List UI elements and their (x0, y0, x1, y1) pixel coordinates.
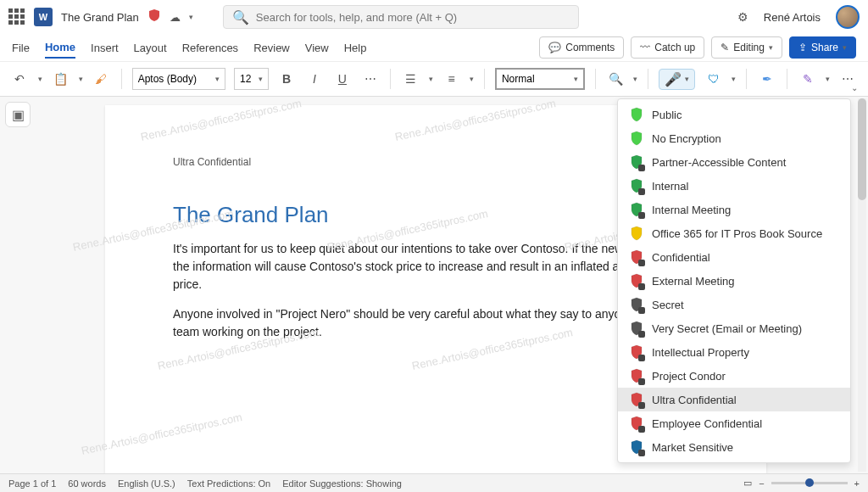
sensitivity-option[interactable]: External Meeting (618, 269, 850, 293)
sensitivity-option[interactable]: No Encryption (618, 126, 850, 150)
sensitivity-button[interactable]: 🛡 (704, 69, 723, 89)
designer-button[interactable]: ✒ (757, 69, 776, 89)
status-bar: Page 1 of 1 60 words English (U.S.) Text… (0, 473, 868, 492)
sensitivity-option[interactable]: Employee Confidential (618, 411, 850, 435)
overflow-font-button[interactable]: ⋯ (360, 69, 380, 89)
sensitivity-option-label: Internal Meeting (652, 204, 731, 216)
shield-icon (630, 178, 643, 193)
find-button[interactable]: 🔍 (606, 69, 626, 89)
scrollbar-thumb[interactable] (858, 98, 866, 200)
vertical-scrollbar[interactable] (858, 98, 866, 472)
word-count[interactable]: 60 words (68, 478, 106, 489)
sensitivity-option-label: Employee Confidential (652, 417, 762, 430)
sensitivity-option-label: Ultra Confidential (652, 394, 737, 406)
gear-icon[interactable]: ⚙ (737, 10, 748, 24)
sensitivity-option[interactable]: Project Condor (618, 364, 850, 388)
sensitivity-option[interactable]: Internal Meeting (618, 198, 850, 221)
catch-up-button[interactable]: 〰Catch up (631, 36, 704, 59)
dictate-button[interactable]: 🎤▾ (659, 69, 695, 90)
search-box[interactable]: 🔍 (223, 5, 579, 29)
avatar[interactable] (836, 5, 860, 29)
zoom-out-button[interactable]: − (759, 478, 764, 489)
sensitivity-option[interactable]: Partner-Accessible Content (618, 150, 850, 174)
editing-mode-button[interactable]: ✎Editing ▾ (711, 36, 782, 59)
lock-icon (638, 402, 645, 409)
document-title[interactable]: The Grand Plan (61, 11, 139, 24)
shield-icon (630, 107, 643, 122)
lock-icon (638, 165, 645, 171)
sensitivity-option[interactable]: Ultra Confidential (618, 388, 850, 411)
cloud-sync-icon[interactable]: ☁ (170, 11, 181, 24)
watermark: Rene.Artois@office365itpros.com (394, 97, 557, 143)
page-view-button[interactable]: ▭ (743, 478, 752, 489)
tab-layout[interactable]: Layout (134, 38, 167, 58)
bold-button[interactable]: B (277, 69, 297, 89)
shield-icon (630, 368, 643, 383)
editor-button[interactable]: ✎ (798, 69, 817, 89)
sensitivity-option[interactable]: Public (618, 103, 850, 126)
share-button[interactable]: ⇪Share ▾ (789, 36, 856, 59)
zoom-slider[interactable] (771, 482, 848, 484)
tab-view[interactable]: View (305, 38, 329, 58)
lock-icon (638, 188, 645, 195)
tab-references[interactable]: References (182, 38, 238, 58)
watermark: Rene.Artois@office365itpros.com (140, 97, 303, 143)
clipboard-button[interactable]: 📋 (51, 69, 70, 89)
sensitivity-shield-icon[interactable] (147, 8, 161, 25)
pulse-icon: 〰 (640, 42, 650, 53)
shield-icon (630, 416, 643, 431)
bullet-list-button[interactable]: ☰ (401, 69, 420, 89)
lock-icon (638, 212, 645, 219)
tab-insert[interactable]: Insert (91, 38, 119, 58)
sensitivity-option[interactable]: Very Secret (Email or Meeting) (618, 316, 850, 340)
word-app-icon: W (34, 8, 53, 26)
comment-icon: 💬 (548, 42, 561, 53)
search-input[interactable] (256, 11, 570, 24)
tab-home[interactable]: Home (45, 37, 75, 59)
sensitivity-option-label: Confidential (652, 251, 710, 264)
page-indicator[interactable]: Page 1 of 1 (8, 478, 56, 489)
shield-icon (630, 392, 643, 407)
editor-suggestions-status[interactable]: Editor Suggestions: Showing (282, 478, 402, 489)
comments-button[interactable]: 💬Comments (539, 36, 624, 59)
lock-icon (638, 283, 645, 290)
app-launcher-icon[interactable] (8, 8, 25, 25)
sensitivity-option[interactable]: Market Sensitive (618, 435, 850, 459)
language-indicator[interactable]: English (U.S.) (118, 478, 175, 489)
text-predictions-status[interactable]: Text Predictions: On (187, 478, 270, 489)
sensitivity-dropdown[interactable]: PublicNo EncryptionPartner-Accessible Co… (617, 98, 851, 463)
username-label[interactable]: René Artois (764, 11, 821, 24)
sensitivity-option[interactable]: Intellectual Property (618, 340, 850, 364)
sensitivity-option[interactable]: Confidential (618, 245, 850, 269)
shield-icon (630, 226, 643, 241)
undo-button[interactable]: ↶ (10, 69, 30, 89)
shield-icon (630, 273, 643, 288)
underline-button[interactable]: U (332, 69, 352, 89)
sensitivity-option[interactable]: Secret (618, 293, 850, 316)
shield-icon (630, 154, 643, 170)
sensitivity-option-label: Secret (652, 299, 684, 311)
tabs-bar: FileHomeInsertLayoutReferencesReviewView… (0, 34, 868, 61)
sensitivity-option-label: Internal (652, 180, 688, 193)
align-button[interactable]: ≡ (442, 69, 461, 89)
chevron-down-icon[interactable]: ▾ (189, 13, 193, 21)
sensitivity-option-label: No Encryption (652, 132, 721, 145)
format-painter-button[interactable]: 🖌 (92, 69, 111, 89)
sensitivity-option[interactable]: Internal (618, 174, 850, 198)
lock-icon (638, 260, 645, 266)
tab-help[interactable]: Help (344, 38, 367, 58)
style-select[interactable]: Normal▾ (495, 68, 585, 90)
tab-file[interactable]: File (12, 38, 30, 58)
sensitivity-option[interactable]: Office 365 for IT Pros Book Source (618, 221, 850, 245)
shield-icon (630, 297, 643, 312)
ribbon-collapse-button[interactable]: ⌄ (851, 83, 858, 92)
lock-icon (638, 378, 645, 385)
font-select[interactable]: Aptos (Body)▾ (132, 68, 225, 90)
font-size-select[interactable]: 12▾ (234, 68, 269, 90)
lock-icon (638, 307, 645, 314)
nav-pane-button[interactable]: ▣ (5, 102, 31, 127)
tab-review[interactable]: Review (253, 38, 290, 58)
italic-button[interactable]: I (305, 69, 325, 89)
shield-icon (630, 131, 643, 146)
zoom-in-button[interactable]: + (854, 478, 860, 489)
